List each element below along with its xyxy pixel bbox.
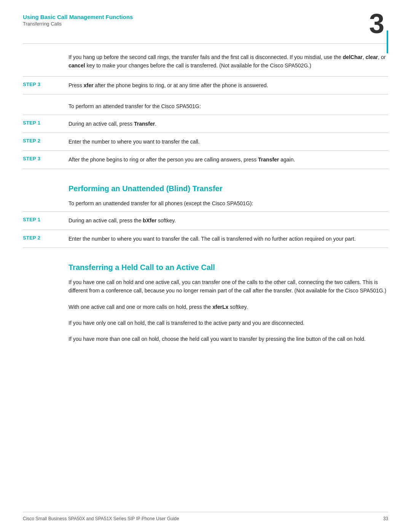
spacer-held-3 [23, 331, 388, 335]
spacer-held-1 [23, 299, 388, 303]
spacer-1 [23, 94, 388, 102]
chapter-line-decoration [387, 30, 388, 53]
section-held-heading: Transferring a Held Call to an Active Ca… [23, 248, 388, 278]
main-content: If you hang up before the second call ri… [0, 44, 411, 347]
step-content-2-2: Enter the number to where you want to tr… [68, 137, 388, 146]
chapter-number: 3 [369, 10, 388, 37]
header-subtitle: Transferring Calls [23, 21, 133, 27]
step-content-2-1: During an active call, press Transfer. [68, 120, 388, 128]
step-label-2-2: STEP 2 [23, 137, 68, 144]
step-label-2-3: STEP 3 [23, 155, 68, 161]
step-row-1-3: STEP 3 Press xfer after the phone begins… [23, 76, 388, 94]
intro-block: If you hang up before the second call ri… [23, 44, 388, 76]
step-content-2-3: After the phone begins to ring or after … [68, 155, 388, 164]
step-label-1-3: STEP 3 [23, 81, 68, 87]
intro-text: If you hang up before the second call ri… [68, 53, 388, 70]
step-label-blind-1: STEP 1 [23, 216, 68, 222]
step-content-blind-2: Enter the number to where you want to tr… [68, 235, 388, 243]
header-title: Using Basic Call Management Functions [23, 14, 133, 20]
step-label-2-1: STEP 1 [23, 120, 68, 126]
section-held-para1: If you have one call on hold and one act… [23, 278, 388, 299]
spacer-held-2 [23, 315, 388, 319]
step-label-blind-2: STEP 2 [23, 235, 68, 241]
header: Using Basic Call Management Functions Tr… [0, 0, 411, 37]
attended-intro: To perform an attended transfer for the … [23, 102, 388, 114]
section-held-para2: With one active call and one or more cal… [23, 303, 388, 315]
section-held-para4: If you have more than one call on hold, … [23, 335, 388, 347]
step-row-2-1: STEP 1 During an active call, press Tran… [23, 115, 388, 133]
header-top: Using Basic Call Management Functions Tr… [23, 14, 388, 37]
page-container: Using Basic Call Management Functions Tr… [0, 0, 411, 532]
breadcrumb: Using Basic Call Management Functions Tr… [23, 14, 133, 27]
footer-page-number: 33 [383, 516, 388, 521]
step-row-blind-1: STEP 1 During an active call, press the … [23, 211, 388, 229]
footer-left-text: Cisco Small Business SPA50X and SPA51X S… [23, 516, 179, 521]
section-blind-intro: To perform an unattended transfer for al… [23, 199, 388, 211]
step-content-blind-1: During an active call, press the bXfer s… [68, 216, 388, 225]
step-row-2-2: STEP 2 Enter the number to where you wan… [23, 133, 388, 150]
section-held-para3: If you have only one call on hold, the c… [23, 319, 388, 331]
footer: Cisco Small Business SPA50X and SPA51X S… [23, 512, 388, 521]
step-row-blind-2: STEP 2 Enter the number to where you wan… [23, 230, 388, 248]
step-row-2-3: STEP 3 After the phone begins to ring or… [23, 150, 388, 168]
step-content-1-3: Press xfer after the phone begins to rin… [68, 81, 388, 89]
section-blind-heading: Performing an Unattended (Blind) Transfe… [23, 169, 388, 199]
